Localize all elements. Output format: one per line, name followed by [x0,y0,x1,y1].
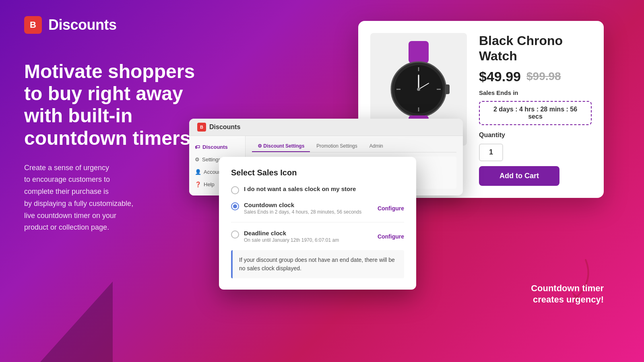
add-to-cart-button[interactable]: Add to Cart [479,166,559,186]
modal-title: Select Sales Icon [231,168,404,177]
option-countdown-text: Countdown clock Sales Ends in 2 days, 4 … [244,202,373,215]
left-content: Motivate shoppersto buy right awaywith b… [24,60,195,234]
radio-countdown-inner [233,204,237,208]
headline: Motivate shoppersto buy right awaywith b… [24,60,195,149]
settings-icon: ⚙ [195,156,200,162]
tab-discount-settings[interactable]: ⚙ Discount Settings [252,141,310,152]
decorative-triangle [40,282,113,362]
price-row: $49.99 $99.98 [479,69,592,84]
brand-title: Discounts [48,16,117,33]
admin-panel-title: Discounts [209,123,240,131]
tab-admin[interactable]: Admin [364,141,389,152]
sidebar-item-discounts[interactable]: 🏷 Discounts [189,141,245,153]
admin-header: B Discounts [189,119,463,136]
configure-countdown-link[interactable]: Configure [378,205,404,212]
deadline-clock-label: Deadline clock [244,230,373,237]
tag-icon: 🏷 [195,144,200,150]
tab-promotion-settings[interactable]: Promotion Settings [311,141,363,152]
countdown-clock-label: Countdown clock [244,202,373,208]
admin-tab-bar: ⚙ Discount Settings Promotion Settings A… [252,141,456,152]
option-no-clock-text: I do not want a sales clock on my store [244,185,404,192]
option-countdown-clock[interactable]: Countdown clock Sales Ends in 2 days, 4 … [231,202,404,215]
account-icon: 👤 [195,169,201,175]
price-current: $49.99 [479,69,521,84]
brand-icon: B [24,16,42,34]
radio-deadline-clock[interactable] [231,230,239,239]
quantity-input[interactable]: 1 [479,144,503,161]
configure-deadline-link[interactable]: Configure [378,233,404,240]
radio-countdown-clock[interactable] [231,202,239,210]
option-deadline-clock[interactable]: Deadline clock On sale until January 12t… [231,230,404,243]
product-info: Black ChronoWatch $49.99 $99.98 Sales En… [479,33,592,186]
admin-brand-icon: B [197,123,206,132]
deadline-clock-sublabel: On sale until January 12th 1970, 6:07:01… [244,237,373,243]
subtext: Create a sense of urgencyto encourage cu… [24,162,195,234]
option-deadline-text: Deadline clock On sale until January 12t… [244,230,373,243]
quantity-label: Quantity [479,132,592,139]
svg-rect-3 [445,84,450,94]
price-original: $99.98 [526,70,561,83]
modal-info-box: If your discount group does not have an … [231,250,404,278]
option-no-clock[interactable]: I do not want a sales clock on my store [231,185,404,194]
product-name: Black ChronoWatch [479,33,592,64]
sales-ends-label: Sales Ends in [479,89,592,96]
countdown-clock-sublabel: Sales Ends in 2 days, 4 hours, 28 minute… [244,209,373,215]
no-clock-label: I do not want a sales clock on my store [244,185,404,192]
modal-divider [231,222,404,222]
countdown-urgency-label: Countdown timercreates urgency! [531,283,604,306]
countdown-box: 2 days : 4 hrs : 28 mins : 56 secs [479,101,592,125]
svg-point-10 [417,88,420,91]
top-bar: B Discounts [24,16,117,34]
sales-icon-modal: Select Sales Icon I do not want a sales … [219,157,416,290]
svg-rect-0 [409,41,429,63]
radio-no-clock[interactable] [231,186,239,194]
help-icon: ❓ [195,181,201,187]
